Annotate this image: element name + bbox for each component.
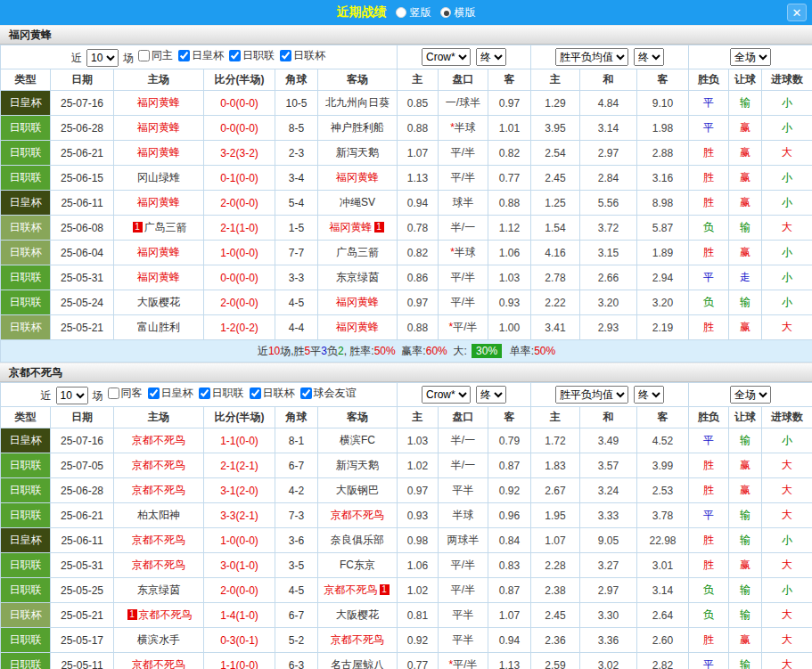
result-goals: 小 [762,290,812,315]
result-handicap: 输 [729,653,762,669]
filter-checkbox-input[interactable] [229,50,241,61]
team-name[interactable]: 柏太阳神 [137,509,180,521]
filter-checkbox-input[interactable] [138,50,150,61]
filter-checkbox[interactable]: 同客 [108,386,143,401]
filter-checkbox-input[interactable] [178,50,190,61]
team-name[interactable]: 奈良俱乐部 [331,534,384,546]
eu-away-odds: 9.10 [637,91,689,116]
filter-checkbox[interactable]: 日职联 [229,48,275,63]
filter-checkbox-input[interactable] [199,388,210,399]
team-name[interactable]: 富山胜利 [137,321,180,333]
ah-home-odds: 0.93 [398,503,439,528]
result-goals: 小 [762,578,812,603]
filter-checkbox-input[interactable] [108,388,119,399]
score: 3-2(3-2) [204,141,275,166]
filter-checkbox-input[interactable] [300,388,312,399]
scope-filter-cell: 全场 [689,383,812,407]
team-name[interactable]: 广岛三箭 [144,221,187,233]
team-name[interactable]: 京都不死鸟 [331,509,384,521]
team-name[interactable]: 广岛三箭 [336,246,379,258]
layout-option-horizontal[interactable]: 横版 [440,5,476,20]
team-name[interactable]: 东京绿茵 [336,271,379,283]
team-name[interactable]: 京都不死鸟 [139,608,193,621]
team-name[interactable]: 名古屋鲸八 [331,658,384,669]
away-team-cell: 大阪樱花 [318,603,398,628]
close-icon[interactable]: ✕ [787,4,807,21]
filter-checkbox[interactable]: 球会友谊 [300,386,357,401]
team-name[interactable]: 福冈黄蜂 [336,321,379,333]
scope-select[interactable]: 全场 [730,386,771,404]
filter-checkbox[interactable]: 日联杯 [250,386,295,401]
team-name[interactable]: 大阪樱花 [336,608,379,621]
team-name[interactable]: 福冈黄蜂 [336,296,379,308]
team-name[interactable]: 横滨FC [340,434,375,446]
filter-checkbox-input[interactable] [148,388,160,399]
team-name[interactable]: FC东京 [340,559,375,571]
competition-type: 日职联 [1,265,51,290]
match-date: 25-05-11 [51,653,114,669]
team-name[interactable]: 新泻天鹅 [336,459,379,471]
ah-line: 球半 [439,191,488,216]
competition-type: 日皇杯 [1,91,51,116]
eu-home-odds: 1.83 [531,453,580,478]
team-name[interactable]: 北九州向日葵 [325,96,390,109]
eu-time-select[interactable]: 终 [634,48,664,66]
team-name[interactable]: 京都不死鸟 [132,459,185,471]
column-header: 角球 [275,69,318,91]
result-wdl: 平 [689,653,729,669]
eu-odds-select[interactable]: 胜平负均值 [555,386,628,404]
team-name[interactable]: 京都不死鸟 [331,633,384,646]
filter-checkbox-input[interactable] [250,388,261,399]
team-name[interactable]: 京都不死鸟 [132,559,185,571]
team-name[interactable]: 京都不死鸟 [132,534,185,546]
team-name[interactable]: 福冈黄蜂 [137,271,180,283]
ah-away-odds: 0.93 [488,290,531,315]
ah-away-odds: 0.97 [488,91,531,116]
filter-checkbox[interactable]: 日职联 [199,386,244,401]
eu-draw-odds: 3.36 [580,628,637,653]
eu-time-select[interactable]: 终 [634,386,664,404]
ah-time-select[interactable]: 终 [476,48,506,66]
home-team-cell: 福冈黄蜂 [114,241,204,265]
checkbox-label: 日皇杯 [161,386,193,401]
scope-select[interactable]: 全场 [730,48,771,66]
layout-option-vertical[interactable]: 竖版 [396,5,431,20]
bookmaker-select[interactable]: Crow* [422,48,471,66]
column-header: 主场 [114,69,204,91]
eu-draw-odds: 4.84 [580,91,637,116]
eu-odds-select[interactable]: 胜平负均值 [555,48,628,66]
team-name[interactable]: 福冈黄蜂 [137,121,180,134]
team-name[interactable]: 冲绳SV [340,196,375,208]
team-name[interactable]: 神户胜利船 [331,121,384,134]
team-name[interactable]: 大阪钢巴 [336,484,379,496]
team-name[interactable]: 东京绿茵 [137,583,180,596]
ah-away-odds: 0.79 [488,428,531,453]
team-name[interactable]: 横滨水手 [137,633,180,646]
team-name[interactable]: 福冈黄蜂 [137,196,180,208]
team-name[interactable]: 福冈黄蜂 [336,171,379,184]
team-name[interactable]: 福冈黄蜂 [137,246,180,258]
filter-checkbox[interactable]: 同主 [138,48,173,63]
team-name[interactable]: 新泻天鹅 [336,146,379,159]
ah-line: *半球 [439,241,488,265]
team-name[interactable]: 京都不死鸟 [132,484,185,496]
team-name[interactable]: 福冈黄蜂 [137,146,180,159]
recent-count-select[interactable]: 10 [86,49,119,67]
team-name[interactable]: 福冈黄蜂 [330,221,373,233]
bookmaker-select[interactable]: Crow* [422,386,471,404]
team-name[interactable]: 福冈黄蜂 [137,96,180,109]
team-name[interactable]: 冈山绿雉 [137,171,180,184]
filter-checkbox[interactable]: 日皇杯 [148,386,193,401]
team-name[interactable]: 大阪樱花 [137,296,180,308]
team-name[interactable]: 京都不死鸟 [324,583,378,596]
recent-count-select[interactable]: 10 [56,387,88,404]
filter-checkbox-input[interactable] [280,50,291,61]
filter-checkbox[interactable]: 日皇杯 [178,48,224,63]
team-name[interactable]: 京都不死鸟 [132,434,185,446]
match-date: 25-06-28 [51,116,114,141]
ah-line: 平半 [439,478,488,503]
result-handicap: 输 [729,603,762,628]
team-name[interactable]: 京都不死鸟 [132,658,185,669]
ah-time-select[interactable]: 终 [476,386,506,404]
filter-checkbox[interactable]: 日联杯 [280,48,325,63]
